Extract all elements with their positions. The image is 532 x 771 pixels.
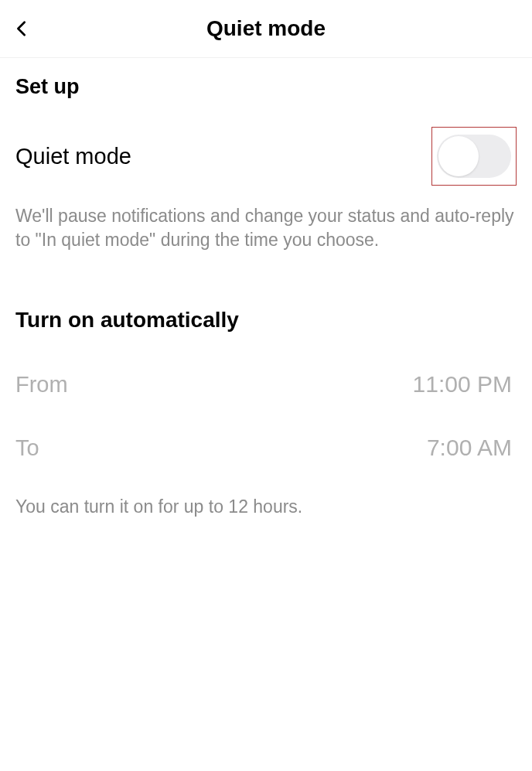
from-label: From [15, 372, 68, 397]
content-area: Set up Quiet mode We'll pause notificati… [0, 58, 532, 534]
quiet-mode-description: We'll pause notifications and change you… [15, 204, 517, 252]
schedule-note: You can turn it on for up to 12 hours. [15, 496, 517, 517]
section-title-setup: Set up [15, 75, 517, 99]
chevron-left-icon [13, 16, 30, 41]
back-button[interactable] [5, 12, 39, 46]
from-time-row[interactable]: From 11:00 PM [15, 370, 517, 399]
from-time-value: 11:00 PM [408, 370, 517, 399]
page-title: Quiet mode [9, 16, 523, 41]
quiet-mode-toggle[interactable] [437, 135, 511, 178]
toggle-knob [438, 136, 479, 176]
section-title-schedule: Turn on automatically [15, 308, 517, 333]
quiet-mode-row: Quiet mode [15, 127, 517, 186]
quiet-mode-label: Quiet mode [15, 144, 131, 169]
toggle-highlight-box [431, 127, 517, 186]
to-label: To [15, 435, 39, 461]
header-bar: Quiet mode [0, 0, 532, 58]
to-time-value: 7:00 AM [422, 433, 517, 462]
to-time-row[interactable]: To 7:00 AM [15, 433, 517, 462]
